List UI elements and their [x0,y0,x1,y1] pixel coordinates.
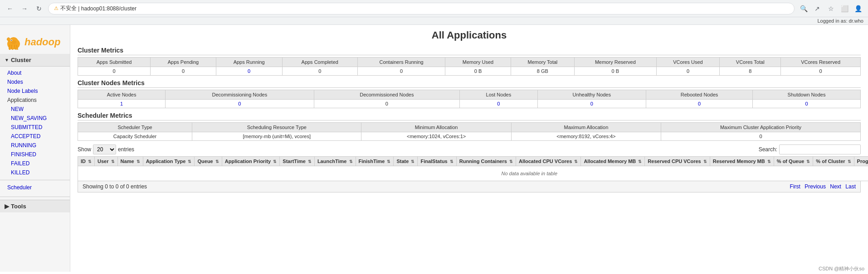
data-table-header[interactable]: Running Containers ⇅ [456,157,516,166]
scheduler-metrics-header: Scheduler Type [78,123,192,132]
nodes-metrics-value: 0 [314,100,460,108]
sort-icon: ⇅ [848,159,851,164]
data-table-header[interactable]: Allocated CPU VCores ⇅ [516,157,580,166]
previous-page-link[interactable]: Previous [805,183,826,190]
sidebar-item-submitted[interactable]: SUBMITTED [4,123,70,132]
cluster-metrics-header: VCores Used [656,58,719,67]
data-table-header[interactable]: Reserved Memory MB ⇅ [710,157,774,166]
address-separator: | [77,5,81,12]
nodes-metrics-value: 0 [753,100,861,108]
search-icon[interactable]: 🔍 [798,3,809,14]
data-table-header[interactable]: LaunchTime ⇅ [314,157,356,166]
scheduler-metrics-value: [memory-mb (unit=Mi), vcores] [192,132,361,141]
watermark: CSDN @精神小伙so [819,265,864,272]
cluster-metrics-header: Memory Used [445,58,511,67]
last-page-link[interactable]: Last [845,183,856,190]
sidebar-item-new[interactable]: NEW [4,105,70,114]
browser-toolbar: ← → ↻ ⚠ 不安全 | hadoop01:8088/cluster 🔍 ↗ … [0,0,868,17]
next-page-link[interactable]: Next [830,183,841,190]
tools-section-label: Tools [11,203,26,210]
sort-icon: ⇅ [137,159,140,164]
data-table-header[interactable]: Reserved CPU VCores ⇅ [645,157,710,166]
sidebar-item-finished[interactable]: FINISHED [4,150,70,159]
table-footer: Showing 0 to 0 of 0 entries First Previo… [78,181,861,192]
data-table-header[interactable]: Progress ⇅ [854,157,868,166]
data-table-header[interactable]: User ⇅ [95,157,118,166]
sort-icon: ⇅ [308,159,312,164]
scheduler-metrics-value: <memory:1024, vCores:1> [361,132,511,141]
sidebar-item-about[interactable]: About [0,68,70,77]
profile-icon[interactable]: 👤 [853,3,863,14]
cluster-metrics-value: 8 [720,67,781,76]
sidebar-item-scheduler[interactable]: Scheduler [0,183,70,192]
sort-icon: ⇅ [188,159,191,164]
scheduler-metrics-header: Minimum Allocation [361,123,511,132]
scheduler-metrics-value: <memory:8192, vCores:4> [511,132,661,141]
scheduler-metrics-header: Maximum Allocation [511,123,661,132]
data-table-header[interactable]: State ⇅ [394,157,418,166]
scheduler-metrics-value-row: Capacity Scheduler[memory-mb (unit=Mi), … [78,132,861,141]
address-url: hadoop01:8088/cluster [81,5,137,12]
cluster-metrics-header-row: Apps SubmittedApps PendingApps RunningAp… [78,58,861,67]
app-layout: hadoop ▼ Cluster About Nodes Node Labels… [0,25,868,272]
cluster-nodes-title: Cluster Nodes Metrics [78,79,861,88]
bookmark-icon[interactable]: ☆ [825,3,836,14]
data-table-header[interactable]: % of Cluster ⇅ [813,157,854,166]
data-table-header[interactable]: Queue ⇅ [195,157,222,166]
window-icon[interactable]: ⬜ [839,3,850,14]
scheduler-metrics-title: Scheduler Metrics [78,112,861,120]
sidebar-item-nodes[interactable]: Nodes [0,77,70,87]
nodes-metrics-header: Shutdown Nodes [753,90,861,100]
forward-button[interactable]: → [19,3,30,14]
logged-in-bar: Logged in as: dr.who [0,17,868,25]
share-icon[interactable]: ↗ [812,3,823,14]
cluster-metrics-value: 0 [357,67,445,76]
sidebar-item-node-labels[interactable]: Node Labels [0,87,70,96]
back-button[interactable]: ← [5,3,15,14]
sort-icon: ⇅ [806,159,810,164]
data-table: ID ⇅User ⇅Name ⇅Application Type ⇅Queue … [78,156,868,181]
nodes-metrics-header-row: Active NodesDecommissioning NodesDecommi… [78,90,861,100]
data-table-header[interactable]: FinishTime ⇅ [356,157,394,166]
sidebar-item-new-saving[interactable]: NEW_SAVING [4,114,70,123]
cluster-metrics-table: Apps SubmittedApps PendingApps RunningAp… [78,57,861,76]
reload-button[interactable]: ↻ [34,3,44,14]
cluster-section-header[interactable]: ▼ Cluster [0,54,70,67]
data-table-header[interactable]: Name ⇅ [117,157,143,166]
address-text: 不安全 [60,5,77,12]
show-label: Show [78,146,91,153]
nodes-metrics-value: 0 [460,100,538,108]
data-table-header[interactable]: % of Queue ⇅ [774,157,813,166]
cluster-metrics-value-row: 000000 B8 GB0 B080 [78,67,861,76]
scheduler-metrics-header: Maximum Cluster Application Priority [661,123,861,132]
logged-in-text: Logged in as: dr.who [817,18,863,24]
sidebar-item-killed[interactable]: KILLED [4,168,70,177]
nodes-metrics-header: Active Nodes [78,90,166,100]
showing-text: Showing 0 to 0 of 0 entries [83,183,147,190]
data-table-header[interactable]: Application Type ⇅ [143,157,195,166]
address-bar[interactable]: ⚠ 不安全 | hadoop01:8088/cluster [48,3,795,14]
data-table-header[interactable]: Application Priority ⇅ [222,157,280,166]
cluster-metrics-value: 0 [781,67,861,76]
sidebar-item-running[interactable]: RUNNING [4,141,70,150]
cluster-metrics-value: 0 [78,67,151,76]
nodes-metrics-value-row: 1000000 [78,100,861,108]
svg-point-4 [11,40,16,44]
sidebar-item-accepted[interactable]: ACCEPTED [4,132,70,141]
entries-select[interactable]: 10202550100 [93,144,116,154]
cluster-nodes-table: Active NodesDecommissioning NodesDecommi… [78,90,861,108]
sidebar-divider [0,180,70,180]
data-table-header[interactable]: Allocated Memory MB ⇅ [581,157,645,166]
tools-section-header[interactable]: ▶ Tools [0,200,70,212]
data-table-header[interactable]: ID ⇅ [78,157,95,166]
data-table-header[interactable]: StartTime ⇅ [280,157,315,166]
cluster-metrics-value: 0 B [574,67,656,76]
cluster-metrics-value: 0 B [445,67,511,76]
scheduler-metrics-table: Scheduler TypeScheduling Resource TypeMi… [78,122,861,141]
first-page-link[interactable]: First [790,183,800,190]
entries-label: entries [118,146,134,153]
data-table-header[interactable]: FinalStatus ⇅ [418,157,456,166]
sidebar-item-failed[interactable]: FAILED [4,159,70,168]
search-input[interactable] [779,144,861,154]
nodes-metrics-value: 0 [646,100,752,108]
